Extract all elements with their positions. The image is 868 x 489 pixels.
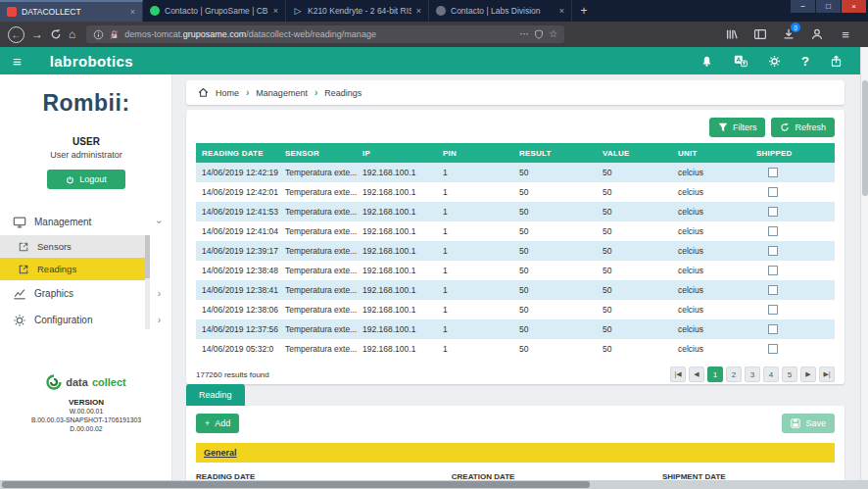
close-icon[interactable]: × bbox=[130, 7, 135, 17]
page-next-button[interactable]: ▶ bbox=[800, 367, 816, 382]
shipped-checkbox[interactable] bbox=[768, 207, 778, 217]
close-icon[interactable]: × bbox=[273, 6, 278, 16]
back-button[interactable]: ← bbox=[8, 26, 24, 43]
col-shipped[interactable]: SHIPPED bbox=[750, 143, 835, 163]
reload-icon[interactable] bbox=[50, 28, 62, 40]
help-button[interactable]: ? bbox=[801, 54, 809, 69]
tab-labs-division[interactable]: Contacto | Labs Division × bbox=[429, 0, 572, 22]
shipped-checkbox[interactable] bbox=[768, 246, 778, 256]
shipped-checkbox[interactable] bbox=[768, 285, 778, 295]
bookmark-star-icon[interactable]: ☆ bbox=[549, 29, 557, 39]
menu-label: Configuration bbox=[34, 315, 92, 325]
table-row[interactable]: 14/06/2019 12:38:41 Temperatura exte... … bbox=[196, 280, 835, 300]
table-row[interactable]: 14/06/2019 12:38:48 Temperatura exte... … bbox=[196, 261, 835, 280]
page-last-button[interactable]: ▶| bbox=[819, 367, 835, 382]
shield-icon[interactable] bbox=[534, 29, 544, 39]
field-label-creation-date: CREATION DATE bbox=[452, 472, 662, 480]
insecure-lock-icon[interactable] bbox=[109, 29, 120, 40]
main-content: Home › Management › Readings Filters Ref… bbox=[172, 74, 860, 480]
vertical-scrollbar-thumb[interactable] bbox=[862, 80, 868, 196]
sidebar-footer: datacollect VERSION W.00.00.01 B.00.00.0… bbox=[0, 374, 172, 433]
page-button-2[interactable]: 2 bbox=[726, 367, 742, 382]
table-row[interactable]: 14/06/2019 12:41:53 Temperatura exte... … bbox=[196, 202, 835, 221]
site-info-icon[interactable] bbox=[93, 29, 104, 40]
new-tab-button[interactable]: + bbox=[572, 0, 596, 22]
tab-k210[interactable]: ▷ K210 Kendryte - 2 64-bit RIS × bbox=[286, 0, 429, 22]
close-window-button[interactable]: × bbox=[842, 0, 866, 13]
page-actions-icon[interactable]: ⋯ bbox=[519, 29, 529, 39]
share-export-icon[interactable] bbox=[830, 55, 843, 68]
breadcrumb-home[interactable]: Home bbox=[216, 88, 239, 98]
table-row[interactable]: 14/06/2019 12:38:06 Temperatura exte... … bbox=[196, 300, 835, 319]
notifications-bell-icon[interactable] bbox=[700, 55, 713, 68]
maximize-button[interactable]: □ bbox=[816, 0, 841, 13]
library-icon[interactable] bbox=[723, 27, 741, 41]
shipped-checkbox[interactable] bbox=[768, 168, 778, 177]
shipped-checkbox[interactable] bbox=[768, 305, 778, 315]
refresh-button[interactable]: Refresh bbox=[771, 118, 835, 137]
forward-button[interactable]: → bbox=[31, 28, 43, 40]
sidebar-toggle-icon[interactable] bbox=[751, 27, 769, 41]
home-button[interactable]: ⌂ bbox=[69, 28, 75, 40]
shipped-checkbox[interactable] bbox=[768, 266, 778, 275]
shipped-checkbox[interactable] bbox=[768, 324, 778, 334]
app-menu-icon[interactable]: ≡ bbox=[837, 27, 854, 42]
sidebar-item-readings[interactable]: Readings bbox=[0, 258, 145, 280]
account-icon[interactable] bbox=[808, 27, 826, 41]
filters-button[interactable]: Filters bbox=[709, 118, 766, 137]
downloads-icon[interactable]: 0 bbox=[780, 27, 797, 41]
col-sensor[interactable]: SENSOR bbox=[279, 143, 357, 163]
add-button[interactable]: + Add bbox=[196, 414, 239, 433]
header-actions: ? bbox=[700, 54, 868, 69]
minimize-button[interactable]: − bbox=[791, 0, 815, 13]
horizontal-scrollbar-thumb[interactable] bbox=[2, 481, 590, 488]
page-button-4[interactable]: 4 bbox=[763, 367, 779, 382]
translate-icon[interactable] bbox=[734, 54, 747, 68]
browser-window: DATACOLLECT × Contacto | GrupoSame | CB … bbox=[0, 0, 868, 489]
col-unit[interactable]: UNIT bbox=[672, 143, 750, 163]
sidebar-hamburger-icon[interactable]: ≡ bbox=[0, 53, 34, 70]
table-row[interactable]: 14/06/2019 12:42:01 Temperatura exte... … bbox=[196, 182, 835, 202]
section-general[interactable]: General bbox=[196, 443, 835, 463]
tab-gruposame[interactable]: Contacto | GrupoSame | CB Consul × bbox=[143, 0, 286, 22]
col-ip[interactable]: IP bbox=[357, 143, 437, 163]
breadcrumb-readings[interactable]: Readings bbox=[324, 88, 362, 98]
close-icon[interactable]: × bbox=[416, 6, 421, 16]
table-row[interactable]: 14/06/2019 05:32:0 Temperatura exte... 1… bbox=[196, 339, 835, 359]
shipped-checkbox[interactable] bbox=[768, 187, 778, 197]
url-bar[interactable]: demos-tomcat.gruposame.com/datacollect-w… bbox=[86, 25, 564, 43]
tab-reading[interactable]: Reading bbox=[186, 384, 245, 406]
cell-result: 50 bbox=[513, 182, 597, 202]
menu-scrollbar-thumb[interactable] bbox=[145, 235, 150, 278]
page-prev-button[interactable]: ◀ bbox=[689, 367, 704, 382]
page-button-5[interactable]: 5 bbox=[782, 367, 797, 382]
page-button-1[interactable]: 1 bbox=[707, 367, 723, 382]
version-line-w: W.00.00.01 bbox=[0, 407, 172, 416]
col-result[interactable]: RESULT bbox=[513, 143, 597, 163]
table-row[interactable]: 14/06/2019 12:39:17 Temperatura exte... … bbox=[196, 241, 835, 261]
cell-value: 50 bbox=[597, 163, 672, 182]
logout-button[interactable]: Logout bbox=[47, 170, 125, 189]
page-button-3[interactable]: 3 bbox=[745, 367, 760, 382]
sidebar-item-management[interactable]: Management › bbox=[0, 209, 172, 235]
sidebar-item-sensors[interactable]: Sensors bbox=[0, 235, 145, 258]
settings-gear-icon[interactable] bbox=[768, 55, 781, 68]
col-reading-date[interactable]: READING DATE bbox=[196, 143, 279, 163]
table-row[interactable]: 14/06/2019 12:37:56 Temperatura exte... … bbox=[196, 319, 835, 339]
tab-datacollect[interactable]: DATACOLLECT × bbox=[0, 0, 143, 22]
close-icon[interactable]: × bbox=[559, 6, 564, 16]
table-row[interactable]: 14/06/2019 12:41:04 Temperatura exte... … bbox=[196, 221, 835, 241]
url-text[interactable]: demos-tomcat.gruposame.com/datacollect-w… bbox=[124, 29, 514, 39]
breadcrumb-management[interactable]: Management bbox=[256, 88, 308, 98]
cell-sensor: Temperatura exte... bbox=[279, 339, 357, 359]
tab-title: DATACOLLECT bbox=[22, 7, 125, 17]
col-pin[interactable]: PIN bbox=[437, 143, 513, 163]
page-first-button[interactable]: |◀ bbox=[670, 367, 686, 382]
cell-shipped bbox=[750, 241, 835, 261]
save-button[interactable]: Save bbox=[782, 414, 835, 433]
shipped-checkbox[interactable] bbox=[768, 344, 778, 354]
cell-sensor: Temperatura exte... bbox=[279, 319, 357, 339]
col-value[interactable]: VALUE bbox=[597, 143, 672, 163]
shipped-checkbox[interactable] bbox=[768, 226, 778, 236]
table-row[interactable]: 14/06/2019 12:42:19 Temperatura exte... … bbox=[196, 163, 835, 182]
